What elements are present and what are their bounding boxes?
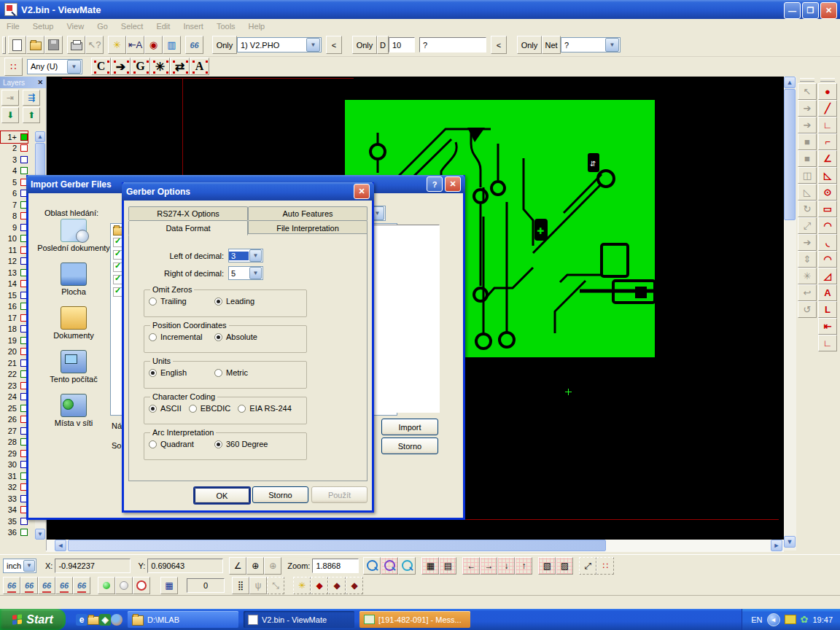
radio-eia-rs244[interactable]: EIA RS-244 bbox=[238, 404, 291, 413]
scroll-down-arrow[interactable]: ▼ bbox=[35, 529, 45, 540]
dot-grid-button[interactable]: ⣿ bbox=[232, 577, 249, 594]
net-combobox[interactable]: ? ▼ bbox=[561, 37, 621, 52]
draw-line-tool[interactable]: ╱ bbox=[818, 100, 837, 117]
pad-filter-button[interactable]: ✳ bbox=[150, 58, 170, 75]
place-item[interactable]: Plocha bbox=[37, 262, 110, 296]
dialog-close-button[interactable]: ✕ bbox=[445, 176, 461, 192]
radio-quadrant[interactable]: Quadrant bbox=[149, 440, 214, 448]
layer-row[interactable]: 30 bbox=[1, 459, 28, 471]
tile-windows-button[interactable]: ▦ bbox=[160, 577, 178, 594]
restore-button[interactable]: ❐ bbox=[802, 2, 819, 19]
language-indicator[interactable]: EN bbox=[751, 615, 762, 624]
select-area-button[interactable]: ⤢ bbox=[579, 557, 596, 575]
tray-card-icon[interactable] bbox=[785, 615, 796, 624]
menu-item[interactable]: View bbox=[60, 22, 90, 31]
layer-combobox[interactable]: 1) V2.PHO ▼ bbox=[237, 37, 322, 52]
draw-corner-tool[interactable]: ⌐ bbox=[818, 133, 837, 150]
copy-view-button[interactable]: ▧ bbox=[538, 557, 556, 575]
title-bar[interactable]: V2.bin - ViewMate — ❐ ✕ bbox=[0, 0, 840, 19]
right-decimal-dropdown[interactable]: 5 ▼ bbox=[228, 266, 263, 280]
open-file-button[interactable] bbox=[26, 36, 44, 54]
text-filter-button[interactable]: A bbox=[190, 58, 209, 75]
print-button[interactable] bbox=[67, 36, 85, 54]
layer-color-swatch[interactable] bbox=[20, 144, 28, 152]
taskbar-item-viewmate[interactable]: V2.bin - ViewMate bbox=[244, 611, 354, 628]
radio-english[interactable]: English bbox=[149, 368, 214, 377]
layer-row[interactable]: 6 bbox=[1, 188, 28, 200]
layer-move-down-button[interactable]: ⬇ bbox=[1, 107, 19, 123]
save-file-button[interactable] bbox=[44, 36, 63, 54]
layer-colors-button[interactable]: ▥ bbox=[163, 36, 181, 54]
view-all-button[interactable]: 66 bbox=[185, 36, 203, 54]
dialog-close-button[interactable]: ✕ bbox=[354, 184, 370, 199]
relative-origin-button[interactable]: ⊕ bbox=[264, 557, 281, 575]
only-layer-toggle[interactable]: Only bbox=[212, 36, 237, 54]
measure-button[interactable]: ⇤A bbox=[126, 36, 144, 54]
layer-color-swatch[interactable] bbox=[20, 529, 28, 536]
draw-rectangle-tool[interactable]: ▭ bbox=[818, 201, 837, 217]
pan-up-button[interactable]: ↑ bbox=[515, 557, 532, 575]
radio-metric[interactable]: Metric bbox=[214, 368, 248, 377]
layer-insert-button[interactable]: ⇥ bbox=[1, 90, 19, 106]
minimize-button[interactable]: — bbox=[784, 2, 801, 19]
vertical-scrollbar[interactable]: ▲ ▼ bbox=[784, 77, 796, 551]
pad-rotate-button[interactable]: ◆ bbox=[328, 577, 346, 594]
firefox-icon[interactable] bbox=[111, 614, 122, 626]
pad-select-button[interactable]: ◆ bbox=[311, 577, 328, 594]
resize-tool[interactable]: ⤢ bbox=[798, 217, 817, 234]
line-width-tool[interactable]: ⇤ bbox=[818, 318, 837, 335]
radio-ebcdic[interactable]: EBCDIC bbox=[189, 404, 231, 413]
goto-filter-button[interactable]: ➔ bbox=[111, 58, 131, 75]
draw-arc-point-tool[interactable]: ◠ bbox=[818, 251, 837, 268]
step-repeat-tool[interactable]: ⇕ bbox=[798, 251, 817, 268]
draw-triangle-tool[interactable]: ◺ bbox=[818, 167, 837, 184]
units-combobox[interactable]: inch ▼ bbox=[3, 559, 36, 573]
scroll-down-arrow[interactable]: ▼ bbox=[784, 536, 796, 548]
place-item[interactable]: Poslední dokumenty bbox=[37, 219, 110, 252]
transfer-pad-tool[interactable]: ➔ bbox=[798, 100, 817, 117]
scroll-up-arrow[interactable]: ▲ bbox=[35, 131, 45, 142]
pan-down-button[interactable]: ↓ bbox=[497, 557, 515, 575]
grid-numbers-button[interactable]: ▦ bbox=[421, 557, 439, 575]
layer-order-button[interactable]: ⇶ bbox=[23, 90, 40, 106]
layer-row[interactable]: 19 bbox=[1, 335, 28, 346]
layer-color-swatch[interactable] bbox=[20, 133, 28, 141]
pan-left-button[interactable]: ← bbox=[462, 557, 480, 575]
layer-row[interactable]: 16 bbox=[1, 301, 28, 313]
draw-text-tool[interactable]: A bbox=[818, 284, 837, 301]
layer-row[interactable]: 22 bbox=[1, 369, 28, 381]
menu-item[interactable]: Go bbox=[90, 22, 114, 31]
internet-explorer-icon[interactable]: e bbox=[76, 614, 88, 626]
layer-row[interactable]: 26 bbox=[1, 414, 28, 426]
draw-pad-tool[interactable]: ● bbox=[818, 83, 837, 100]
view-blocks-button[interactable]: 66 bbox=[38, 577, 55, 594]
menu-item[interactable]: Insert bbox=[176, 22, 210, 31]
select-items-button[interactable]: ∷ bbox=[596, 557, 614, 575]
highlight-clear-button[interactable] bbox=[133, 577, 150, 594]
place-item[interactable]: Tento počítač bbox=[37, 350, 110, 384]
radio-incremental[interactable]: Incremental bbox=[149, 332, 214, 341]
tab-file-interpretation[interactable]: File Interpretation bbox=[248, 220, 368, 235]
gerber-dialog-titlebar[interactable]: Gerber Options ✕ bbox=[122, 182, 374, 201]
gerber-filter-button[interactable]: G bbox=[131, 58, 150, 75]
chevron-down-icon[interactable]: ▼ bbox=[249, 267, 262, 279]
palette-grip[interactable] bbox=[800, 78, 814, 82]
radio-ascii[interactable]: ASCII bbox=[149, 404, 182, 413]
select-tool[interactable]: ↖ bbox=[798, 83, 817, 100]
layer-row[interactable]: 8 bbox=[1, 211, 28, 222]
layer-row[interactable]: 33 bbox=[1, 493, 28, 505]
layer-row[interactable]: 20 bbox=[1, 346, 28, 358]
layer-row[interactable]: 9 bbox=[1, 222, 28, 233]
zoom-grid-button[interactable] bbox=[381, 557, 398, 575]
import-cancel-button[interactable]: Storno bbox=[381, 438, 438, 454]
zoom-in-button[interactable] bbox=[363, 557, 381, 575]
draw-curve-tool[interactable]: ◟ bbox=[818, 234, 837, 251]
context-help-button[interactable]: ↖? bbox=[85, 36, 104, 54]
draw-polyline-tool[interactable]: ∟ bbox=[818, 117, 837, 133]
taskbar-item-explorer[interactable]: D:\MLAB bbox=[128, 611, 238, 628]
prev-dcode-button[interactable]: < bbox=[491, 36, 507, 54]
draw-label-tool[interactable]: L bbox=[818, 301, 837, 318]
layer-row[interactable]: 14 bbox=[1, 279, 28, 290]
snap-button[interactable]: ◉ bbox=[144, 36, 163, 54]
layer-move-up-button[interactable]: ⬆ bbox=[23, 107, 40, 123]
